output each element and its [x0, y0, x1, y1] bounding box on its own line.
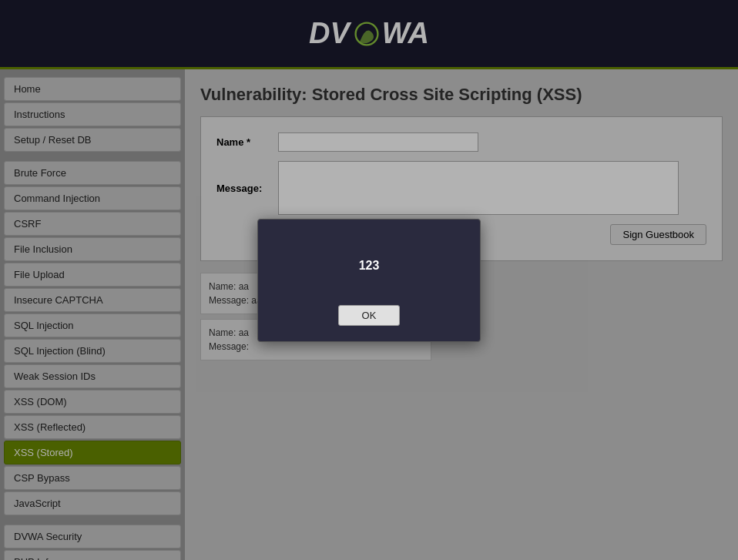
alert-dialog: 123 OK: [257, 219, 481, 342]
dialog-overlay: 123 OK: [0, 0, 738, 560]
dialog-ok-button[interactable]: OK: [338, 305, 401, 326]
dialog-message: 123: [359, 243, 380, 290]
